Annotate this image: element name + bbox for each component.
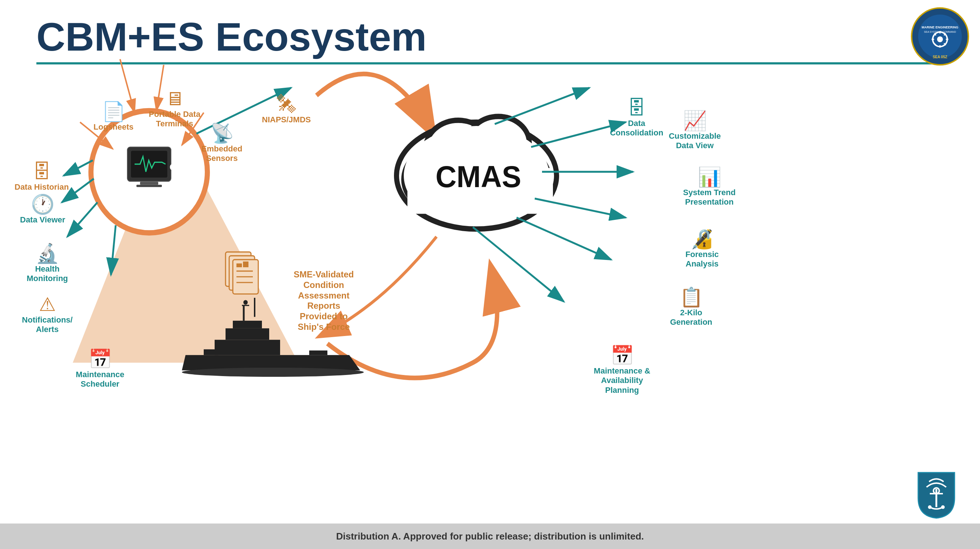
logo: MARINE ENGINEERING SEA SYSTEMS COMMAND S… — [911, 7, 969, 65]
svg-point-31 — [396, 122, 557, 229]
svg-text:SEA 05Z: SEA 05Z — [933, 55, 947, 59]
svg-marker-49 — [182, 355, 360, 370]
svg-rect-57 — [204, 350, 218, 355]
svg-rect-62 — [233, 260, 258, 294]
maintenance-availability-item: 📅 Maintenance & Availability Planning — [589, 346, 655, 395]
logsheets-item: 📄 Logsheets — [94, 102, 134, 132]
svg-text:eRM: eRM — [170, 160, 191, 172]
notifications-alerts-label: Notifications/ Alerts — [14, 315, 80, 335]
niaps-jmds-item: 🛰 NIAPS/JMDS — [262, 95, 311, 124]
maintenance-scheduler-item: 📅 Maintenance Scheduler — [67, 350, 133, 389]
svg-rect-19 — [140, 182, 158, 185]
svg-point-75 — [941, 505, 945, 509]
maintenance-availability-label: Maintenance & Availability Planning — [589, 366, 655, 395]
logsheets-label: Logsheets — [94, 122, 134, 132]
svg-rect-50 — [215, 340, 280, 355]
data-consolidation-item: 🗄 Data Consolidation — [604, 98, 669, 138]
2-kilo-generation-label: 2-Kilo Generation — [659, 308, 724, 327]
svg-rect-66 — [237, 263, 242, 267]
svg-rect-61 — [229, 256, 255, 290]
svg-line-28 — [67, 203, 97, 237]
svg-rect-58 — [309, 351, 328, 355]
embedded-sensors-label: Embedded Sensors — [189, 144, 255, 163]
forensic-analysis-item: 🔏 Forensic Analysis — [669, 229, 735, 269]
svg-point-5 — [937, 37, 943, 42]
svg-point-33 — [484, 149, 549, 210]
title-underline — [37, 62, 939, 64]
svg-point-36 — [404, 126, 549, 225]
svg-point-38 — [488, 155, 545, 207]
health-monitoring-label: Health Monitoring — [14, 264, 80, 284]
embedded-sensors-icon: 📡 — [210, 124, 234, 143]
customizable-data-view-item: 📈 Customizable Data View — [662, 111, 727, 151]
svg-line-46 — [535, 198, 626, 217]
data-viewer-icon: 🕐 — [31, 195, 54, 214]
svg-rect-17 — [127, 147, 171, 181]
2-kilo-generation-item: 📋 2-Kilo Generation — [659, 287, 724, 327]
forensic-analysis-icon: 🔏 — [690, 229, 714, 248]
svg-text:MARINE ENGINEERING: MARINE ENGINEERING — [921, 26, 958, 29]
health-monitoring-item: 🔬 Health Monitoring — [14, 244, 80, 284]
customizable-data-view-label: Customizable Data View — [662, 131, 727, 151]
system-trend-presentation-label: System Trend Presentation — [677, 188, 742, 207]
svg-point-37 — [408, 155, 465, 207]
svg-line-43 — [495, 88, 589, 124]
svg-rect-52 — [233, 321, 262, 329]
svg-point-59 — [182, 368, 364, 377]
maintenance-availability-icon: 📅 — [611, 346, 634, 365]
svg-rect-20 — [137, 185, 162, 187]
svg-text:CMAS: CMAS — [436, 160, 521, 193]
niaps-jmds-label: NIAPS/JMDS — [262, 115, 311, 124]
forensic-analysis-label: Forensic Analysis — [669, 250, 735, 269]
svg-point-32 — [404, 149, 469, 210]
health-monitoring-icon: 🔬 — [36, 244, 59, 263]
bottom-bar: Distribution A. Approved for public rele… — [0, 523, 980, 549]
sme-report-label: SME-Validated Condition Assessment Repor… — [291, 270, 356, 332]
svg-rect-60 — [226, 252, 251, 286]
svg-rect-18 — [131, 151, 167, 177]
svg-point-34 — [426, 120, 491, 177]
maintenance-scheduler-label: Maintenance Scheduler — [67, 370, 133, 389]
svg-point-35 — [468, 117, 529, 170]
svg-point-74 — [928, 505, 932, 509]
svg-line-29 — [111, 225, 116, 275]
svg-point-39 — [430, 127, 487, 175]
svg-point-40 — [472, 123, 525, 168]
svg-rect-41 — [407, 168, 553, 214]
svg-marker-15 — [73, 183, 298, 362]
maintenance-scheduler-icon: 📅 — [88, 350, 112, 369]
customizable-data-view-icon: 📈 — [683, 111, 707, 130]
sme-report-item: SME-Validated Condition Assessment Repor… — [291, 270, 356, 332]
svg-line-48 — [473, 227, 564, 302]
embedded-sensors-item: 📡 Embedded Sensors — [189, 124, 255, 163]
data-consolidation-label: Data Consolidation — [604, 119, 669, 138]
svg-point-56 — [243, 300, 248, 305]
niaps-jmds-icon: 🛰 — [277, 95, 296, 113]
data-historian-icon: 🗄 — [32, 162, 51, 181]
page-title: CBM+ES Ecosystem — [37, 14, 939, 59]
portable-data-terminals-item: 🖥 Portable Data Terminals — [142, 89, 207, 129]
notifications-alerts-icon: ⚠ — [39, 295, 56, 314]
svg-rect-51 — [226, 329, 269, 340]
svg-rect-67 — [243, 262, 248, 267]
svg-line-47 — [517, 218, 611, 260]
distribution-text: Distribution A. Approved for public rele… — [336, 531, 644, 542]
data-consolidation-icon: 🗄 — [627, 98, 646, 117]
logsheets-icon: 📄 — [102, 102, 126, 121]
title-area: CBM+ES Ecosystem — [37, 14, 939, 64]
data-viewer-label: Data Viewer — [20, 215, 65, 225]
data-viewer-item: 🕐 Data Viewer — [20, 195, 65, 225]
portable-data-terminals-icon: 🖥 — [165, 89, 184, 108]
notifications-alerts-item: ⚠ Notifications/ Alerts — [14, 295, 80, 335]
anchor-badge — [915, 469, 958, 520]
system-trend-presentation-item: 📊 System Trend Presentation — [677, 168, 742, 207]
diagram-svg: eRM CMAS — [0, 0, 980, 549]
2-kilo-generation-icon: 📋 — [679, 287, 703, 306]
data-historian-label: Data Historian — [14, 182, 69, 192]
system-trend-presentation-icon: 📊 — [698, 168, 721, 187]
data-historian-item: 🗄 Data Historian — [14, 162, 69, 192]
